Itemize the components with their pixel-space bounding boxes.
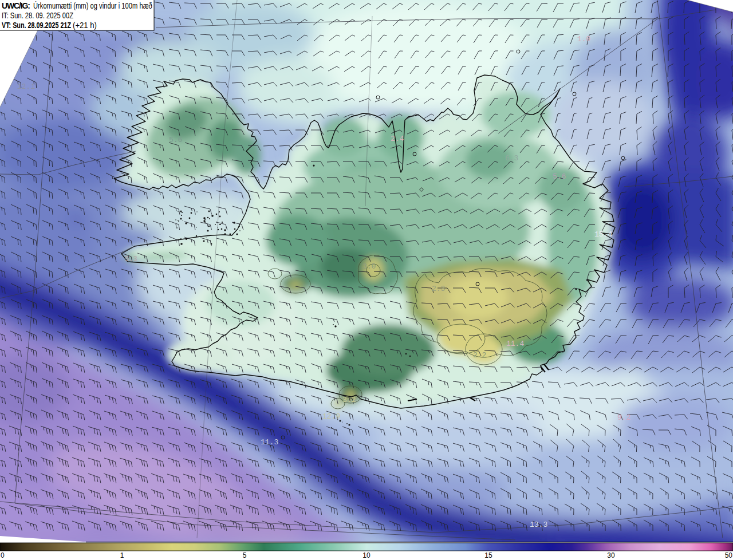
svg-text:6.3: 6.3 bbox=[505, 154, 518, 163]
svg-text:15: 15 bbox=[484, 551, 492, 559]
svg-text:13.3: 13.3 bbox=[530, 520, 547, 529]
svg-text:50: 50 bbox=[725, 551, 733, 559]
svg-text:0: 0 bbox=[1, 551, 5, 559]
svg-text:9.2: 9.2 bbox=[617, 413, 630, 422]
svg-text:5.6: 5.6 bbox=[553, 172, 566, 181]
svg-text:1.0: 1.0 bbox=[577, 35, 590, 44]
svg-text:UWC/IG: Úrkomumætti (mm) og vi: UWC/IG: Úrkomumætti (mm) og vindur i 100… bbox=[2, 1, 152, 10]
svg-text:5.3: 5.3 bbox=[125, 255, 137, 263]
svg-text:2.4: 2.4 bbox=[391, 135, 404, 143]
svg-text:11.3: 11.3 bbox=[261, 438, 278, 447]
svg-text:VT: Sun. 28.09.2025 21Z(+21 h): VT: Sun. 28.09.2025 21Z(+21 h) bbox=[2, 21, 97, 30]
svg-text:3.0: 3.0 bbox=[362, 262, 376, 271]
svg-text:30: 30 bbox=[607, 551, 615, 559]
svg-text:2.2: 2.2 bbox=[473, 351, 486, 360]
svg-text:15.4: 15.4 bbox=[594, 230, 612, 239]
svg-text:12.9: 12.9 bbox=[322, 412, 340, 421]
svg-text:IT: Sun. 28. 09. 2025 00Z: IT: Sun. 28. 09. 2025 00Z bbox=[2, 11, 73, 20]
svg-text:10: 10 bbox=[362, 551, 371, 559]
svg-text:11.4: 11.4 bbox=[506, 340, 524, 348]
svg-text:12.1: 12.1 bbox=[17, 82, 35, 91]
svg-text:3.2: 3.2 bbox=[342, 396, 356, 404]
svg-text:2.3: 2.3 bbox=[432, 285, 445, 293]
svg-text:1: 1 bbox=[120, 551, 124, 559]
svg-text:5.6: 5.6 bbox=[169, 136, 182, 144]
svg-text:5: 5 bbox=[243, 551, 247, 559]
